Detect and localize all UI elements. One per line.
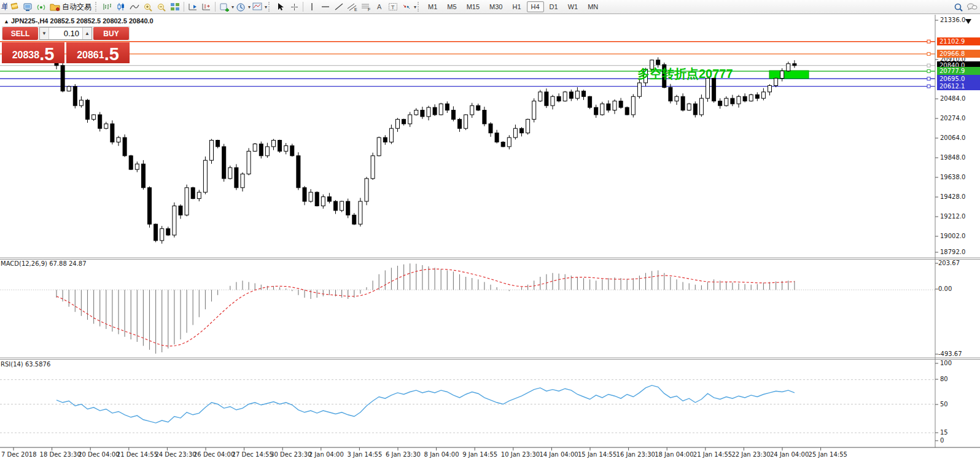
macd-axis-tick: 203.67 (938, 260, 960, 266)
volume-decrease-button[interactable]: ▼ (40, 28, 49, 39)
time-axis-label: 9 Jan 14:55 (462, 451, 497, 458)
chart-annotation-text[interactable]: 多空转折点20777 (637, 66, 733, 82)
sell-price-main: 20838 (12, 50, 40, 60)
chart-symbol-ohlc: ▲JPN225-,H4 20852.5 20852.5 20802.5 2084… (4, 17, 154, 25)
price-level-badge: 20612.1 (937, 82, 980, 90)
price-axis-tick: 19212.0 (940, 213, 965, 220)
rsi-axis-tick: 0 (940, 437, 944, 444)
price-level-badge: 20966.8 (937, 50, 980, 58)
price-axis-tick: 19638.0 (940, 174, 965, 180)
macd-axis-tick: -493.67 (938, 350, 962, 357)
time-axis-label: 18 Jan 04:00 (655, 451, 693, 458)
price-axis-tick: 19428.0 (940, 193, 965, 200)
macd-axis-tick: 0.00 (938, 285, 952, 292)
price-axis-tick: 18792.0 (940, 249, 965, 255)
time-axis-label: 6 Jan 23:30 (386, 451, 421, 458)
buy-price-pips: .5 (104, 47, 119, 62)
price-axis-tick: 20064.0 (940, 134, 965, 141)
trading-terminal-window: 单 自动交易 (0, 0, 980, 464)
scroll-marker-icon (965, 19, 971, 24)
rsi-axis-tick: 100 (940, 360, 952, 366)
rsi-axis-tick: 15 (940, 429, 948, 436)
sell-price-quote[interactable]: 20838.5 (2, 42, 64, 63)
time-axis-label: 14 Jan 04:00 (539, 451, 578, 458)
rsi-axis-tick: 80 (940, 376, 948, 382)
rsi-label: RSI(14) 63.5876 (1, 361, 50, 368)
time-axis-label: 10 Jan 23:30 (501, 451, 540, 458)
buy-price-quote[interactable]: 20861.5 (66, 42, 130, 63)
time-axis-label: 18 Dec 23:30 (40, 451, 81, 458)
time-axis-label: 24 Jan 04:00 (770, 451, 809, 458)
buy-price-main: 20861 (77, 50, 104, 60)
time-axis-label: 30 Dec 23:30 (270, 451, 311, 458)
time-axis-label: 27 Dec 14:55 (232, 451, 273, 458)
buy-button[interactable]: BUY (93, 27, 129, 40)
time-axis-label: 3 Jan 14:55 (347, 451, 382, 458)
price-chart[interactable] (0, 0, 980, 464)
price-axis-tick: 19848.0 (940, 154, 965, 161)
sell-button[interactable]: SELL (2, 27, 38, 40)
sell-price-pips: .5 (39, 47, 54, 62)
price-axis-tick: 21336.0 (940, 17, 965, 23)
price-level-badge: 20695.0 (937, 75, 980, 83)
time-axis-label: 26 Dec 04:00 (193, 451, 235, 458)
volume-input[interactable]: 0.10 (49, 28, 82, 39)
volume-stepper: ▼ 0.10 ▲ (39, 27, 92, 40)
rsi-axis-tick: 50 (940, 401, 948, 408)
time-axis-label: 20 Dec 04:00 (78, 451, 119, 458)
price-level-badge: 20777.9 (937, 67, 980, 75)
time-axis-label: 25 Jan 14:55 (809, 451, 847, 458)
price-axis-tick: 19002.0 (940, 233, 965, 239)
time-axis-label: 2 Jan 04:00 (309, 451, 344, 458)
volume-increase-button[interactable]: ▲ (82, 28, 91, 39)
one-click-trade-panel: SELL ▼ 0.10 ▲ BUY 20838.5 20861.5 (2, 26, 130, 63)
time-axis-label: 22 Jan 23:30 (731, 451, 770, 458)
time-axis-label: 24 Dec 23:30 (155, 451, 196, 458)
time-axis-label: 21 Jan 14:55 (693, 451, 732, 458)
time-axis-label: 8 Jan 04:00 (424, 451, 459, 458)
time-axis-label: 16 Jan 23:30 (616, 451, 655, 458)
time-axis-label: 21 Dec 14:55 (117, 451, 158, 458)
price-level-badge: 21102.9 (937, 37, 980, 45)
time-axis-label: 7 Dec 2018 (1, 451, 37, 458)
symbol-marker-icon: ▲ (4, 18, 9, 25)
price-axis-tick: 20274.0 (940, 115, 965, 122)
price-axis-tick: 20484.0 (940, 95, 965, 102)
macd-label: MACD(12,26,9) 67.88 24.87 (1, 260, 87, 267)
time-axis-label: 15 Jan 14:55 (578, 451, 616, 458)
